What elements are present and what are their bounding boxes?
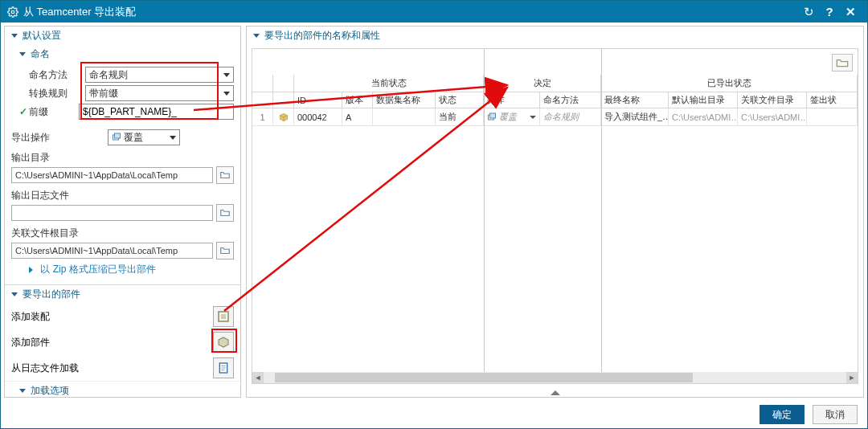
col-final-name[interactable]: 最终名称 — [601, 92, 669, 108]
grid-container: 当前状态 决定 已导出状态 ID 版本 数据集名称 状态 操作 命名方法 — [252, 48, 858, 384]
col-checkout[interactable]: 签出状 — [807, 92, 858, 108]
button-label: 取消 — [825, 408, 845, 422]
section-label: 加载选项 — [31, 384, 69, 398]
section-label: 默认设置 — [23, 29, 61, 43]
section-label: 命名 — [31, 47, 50, 61]
caret-down-icon — [19, 389, 26, 393]
group-exported: 已导出状态 — [601, 75, 858, 92]
button-label: 确定 — [772, 408, 792, 422]
folder-icon — [219, 170, 231, 181]
col-id[interactable]: ID — [294, 92, 342, 108]
help-icon[interactable]: ? — [822, 6, 837, 18]
section-exported-names[interactable]: 要导出的部件的名称和属性 — [247, 27, 863, 45]
col-name-method[interactable]: 命名方法 — [540, 92, 601, 108]
combo-value: 覆盖 — [124, 131, 143, 145]
export-op-combo[interactable]: 覆盖 — [108, 129, 180, 145]
refresh-icon[interactable]: ↻ — [801, 6, 816, 18]
cell-ver: A — [342, 108, 373, 126]
col-ver[interactable]: 版本 — [342, 92, 373, 108]
chevron-down-icon — [223, 73, 230, 77]
col-rel-dir[interactable]: 关联文件目录 — [738, 92, 807, 108]
open-folder-button[interactable] — [832, 54, 853, 72]
section-default-settings[interactable]: 默认设置 — [5, 27, 240, 45]
from-log-button[interactable] — [213, 358, 234, 378]
close-icon[interactable]: ✕ — [843, 6, 858, 18]
scrollbar-thumb[interactable] — [275, 373, 693, 382]
convert-rule-label: 转换规则 — [29, 87, 85, 100]
svg-rect-12 — [490, 113, 496, 118]
browse-out-dir-button[interactable] — [216, 166, 234, 184]
cell-op[interactable]: 覆盖 — [484, 108, 540, 126]
table-row[interactable]: 1 000042 A 当前 覆盖 命名规则 — [252, 108, 858, 126]
rel-root-input[interactable] — [11, 243, 213, 259]
zip-link[interactable]: 以 Zip 格式压缩已导出部件 — [11, 259, 234, 280]
gear-icon — [7, 6, 18, 18]
document-icon — [217, 362, 230, 374]
section-exported-parts[interactable]: 要导出的部件 — [5, 285, 240, 304]
right-panel: 要导出的部件的名称和属性 当前状态 决定 已导出状态 — [246, 26, 864, 398]
prefix-input[interactable] — [79, 104, 234, 120]
assembly-icon — [216, 309, 231, 324]
cell-def-out: C:\Users\ADMI… — [669, 108, 738, 126]
titlebar: 从 Teamcenter 导出装配 ↻ ? ✕ — [1, 1, 867, 22]
caret-down-icon — [11, 34, 18, 38]
log-dir-input[interactable] — [11, 205, 213, 221]
folder-icon — [219, 207, 231, 219]
col-status[interactable]: 状态 — [436, 92, 484, 108]
browse-log-dir-button[interactable] — [216, 204, 234, 222]
add-part-button[interactable] — [213, 332, 234, 353]
part-icon — [216, 335, 231, 349]
panel-expand-handle[interactable] — [247, 389, 863, 397]
export-op-label: 导出操作 — [11, 131, 108, 145]
caret-down-icon — [11, 292, 18, 296]
cancel-button[interactable]: 取消 — [813, 405, 858, 424]
cell-final-name: 导入测试组件_… — [601, 108, 669, 126]
prefix-label: 前缀 — [29, 105, 79, 119]
naming-method-combo[interactable]: 命名规则 — [85, 67, 234, 83]
cell-status: 当前 — [436, 108, 484, 126]
out-dir-input[interactable] — [11, 167, 213, 183]
horizontal-scrollbar[interactable]: ◄ ► — [252, 372, 858, 383]
svg-rect-2 — [115, 133, 121, 138]
section-label: 要导出的部件 — [23, 288, 80, 301]
blank-icon — [19, 69, 26, 80]
convert-rule-combo[interactable]: 带前缀 — [85, 85, 234, 101]
combo-value: 带前缀 — [89, 87, 118, 100]
section-label: 要导出的部件的名称和属性 — [264, 29, 380, 43]
cell-op-text: 覆盖 — [499, 111, 517, 123]
row-number: 1 — [252, 108, 273, 126]
left-panel: 默认设置 命名 命名方法 命名规则 转换规则 带前 — [4, 26, 241, 398]
folder-icon — [219, 245, 231, 256]
col-def-out[interactable]: 默认输出目录 — [669, 92, 738, 108]
chevron-down-icon — [170, 136, 176, 140]
ok-button[interactable]: 确定 — [760, 405, 805, 424]
section-load-options[interactable]: 加载选项 — [5, 381, 240, 398]
browse-rel-root-button[interactable] — [216, 242, 234, 259]
naming-method-label: 命名方法 — [29, 68, 85, 82]
add-assembly-button[interactable] — [213, 306, 234, 327]
caret-down-icon — [19, 52, 26, 56]
group-decision: 决定 — [484, 75, 601, 92]
combo-value: 命名规则 — [89, 68, 128, 82]
scroll-left-icon[interactable]: ◄ — [252, 372, 264, 383]
scroll-right-icon[interactable]: ► — [846, 372, 858, 383]
add-part-label: 添加部件 — [11, 336, 50, 349]
section-naming[interactable]: 命名 — [5, 45, 240, 63]
col-dsname[interactable]: 数据集名称 — [373, 92, 436, 108]
rel-root-label: 关联文件根目录 — [11, 227, 234, 240]
window-title: 从 Teamcenter 导出装配 — [23, 5, 136, 19]
cell-name-method: 命名规则 — [540, 108, 601, 126]
triangle-up-icon — [551, 390, 560, 395]
add-asm-label: 添加装配 — [11, 310, 50, 324]
col-op[interactable]: 操作 — [484, 92, 540, 108]
row-icon-cell — [273, 108, 294, 126]
cell-dsname — [373, 108, 436, 126]
chevron-down-icon — [223, 92, 230, 96]
check-icon: ✓ — [19, 106, 26, 117]
folder-open-icon — [836, 57, 849, 68]
svg-point-0 — [11, 10, 14, 14]
out-dir-label: 输出目录 — [11, 151, 234, 165]
from-log-label: 从日志文件加载 — [11, 362, 79, 375]
cube-icon — [278, 112, 289, 123]
link-text: 以 Zip 格式压缩已导出部件 — [40, 264, 155, 275]
